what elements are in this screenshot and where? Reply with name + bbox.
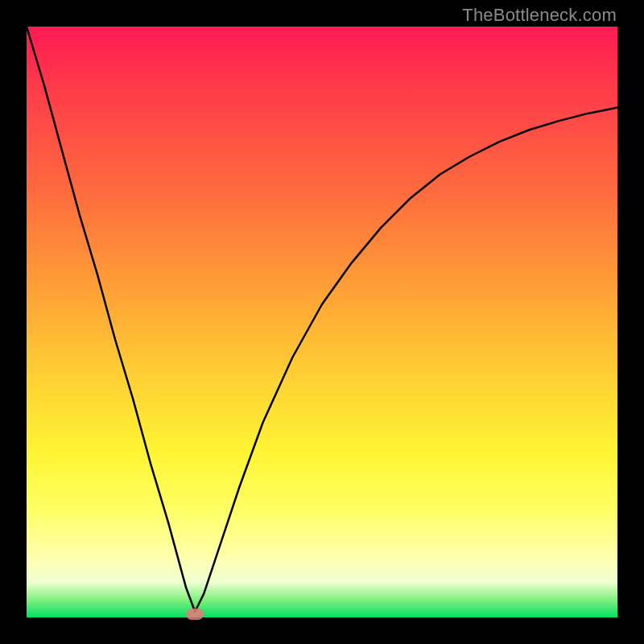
bottleneck-curve <box>27 27 617 612</box>
optimum-marker <box>186 609 204 620</box>
chart-frame: TheBottleneck.com <box>0 0 644 644</box>
watermark-text: TheBottleneck.com <box>462 5 617 26</box>
plot-area <box>27 27 617 617</box>
curve-layer <box>27 27 617 617</box>
